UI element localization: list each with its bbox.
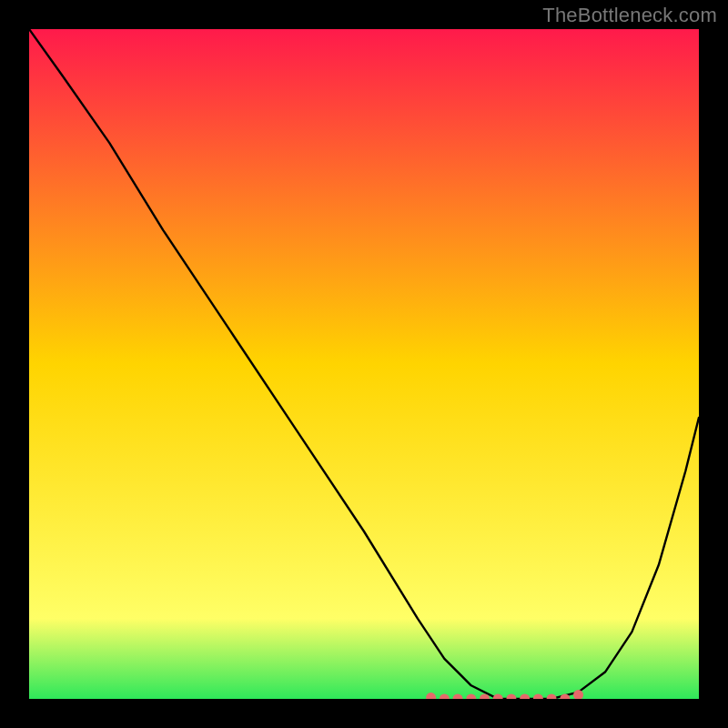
chart-svg bbox=[29, 29, 699, 699]
chart-frame: TheBottleneck.com bbox=[0, 0, 728, 728]
gradient-background bbox=[29, 29, 699, 699]
watermark-text: TheBottleneck.com bbox=[542, 4, 717, 27]
plot-area bbox=[29, 29, 699, 699]
